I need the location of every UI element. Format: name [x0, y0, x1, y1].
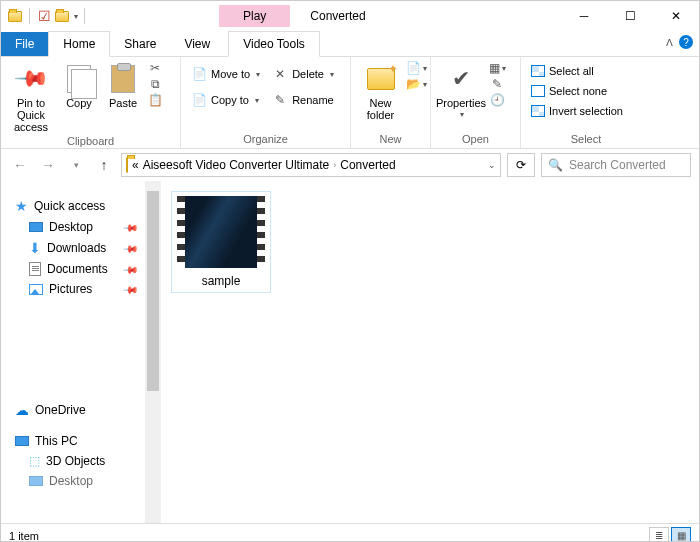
tab-file[interactable]: File [1, 32, 48, 56]
navigation-pane: ★Quick access Desktop📌 ⬇Downloads📌 Docum… [1, 181, 161, 523]
history-icon[interactable]: 🕘 [489, 93, 505, 107]
pin-icon: 📌 [123, 240, 139, 256]
document-icon [29, 262, 41, 276]
download-icon: ⬇ [29, 240, 41, 256]
qat-dropdown-icon[interactable]: ▾ [74, 12, 78, 21]
pin-quick-access-button[interactable]: 📌 Pin to Quick access [7, 59, 55, 133]
copy-path-icon[interactable]: ⧉ [147, 77, 163, 91]
group-select-label: Select [527, 131, 645, 148]
tab-view[interactable]: View [170, 32, 224, 56]
cube-icon: ⬚ [29, 454, 40, 468]
view-details-button[interactable]: ≣ [649, 527, 669, 543]
maximize-button[interactable]: ☐ [607, 1, 653, 31]
breadcrumb-folder-icon [126, 158, 128, 172]
group-open-label: Open [437, 131, 514, 148]
rename-button[interactable]: ✎Rename [268, 91, 338, 109]
address-bar[interactable]: « Aiseesoft Video Converter Ultimate › C… [121, 153, 501, 177]
star-icon: ★ [15, 198, 28, 214]
group-organize-label: Organize [187, 131, 344, 148]
pin-icon: 📌 [123, 219, 139, 235]
move-to-button[interactable]: 📄Move to▾ [187, 65, 264, 83]
new-folder-icon [365, 63, 397, 95]
close-button[interactable]: ✕ [653, 1, 699, 31]
copy-to-icon: 📄 [191, 93, 207, 107]
pin-icon: 📌 [123, 261, 139, 277]
cloud-icon: ☁ [15, 402, 29, 418]
refresh-button[interactable]: ⟳ [507, 153, 535, 177]
invert-selection-button[interactable]: Invert selection [527, 103, 627, 119]
sidebar-item-pictures[interactable]: Pictures📌 [15, 279, 161, 299]
new-folder-button[interactable]: New folder [357, 59, 404, 121]
group-new-label: New [357, 131, 424, 148]
sidebar-this-pc[interactable]: This PC [15, 431, 161, 451]
move-to-icon: 📄 [191, 67, 207, 81]
copy-to-button[interactable]: 📄Copy to▾ [187, 91, 264, 109]
ribbon-collapse-icon[interactable]: ᐱ [666, 37, 673, 48]
select-all-button[interactable]: Select all [527, 63, 627, 79]
pin-icon: 📌 [8, 56, 53, 101]
breadcrumb-seg-1[interactable]: Aiseesoft Video Converter Ultimate [143, 158, 330, 172]
sidebar-onedrive[interactable]: ☁OneDrive [15, 399, 161, 421]
pictures-icon [29, 284, 43, 295]
select-none-icon [531, 85, 545, 97]
pin-label: Pin to Quick access [7, 97, 55, 133]
nav-back-button[interactable]: ← [9, 154, 31, 176]
desktop-icon [29, 476, 43, 486]
breadcrumb-prefix: « [132, 158, 139, 172]
ribbon-tabs: File Home Share View Video Tools ᐱ ? [1, 31, 699, 57]
search-box[interactable]: 🔍 Search Converted [541, 153, 691, 177]
copy-button[interactable]: Copy [59, 59, 99, 109]
properties-label: Properties [436, 97, 486, 109]
sidebar-scrollbar[interactable] [145, 181, 161, 523]
copy-icon [63, 63, 95, 95]
paste-shortcut-icon[interactable]: 📋 [147, 93, 163, 107]
sidebar-quick-access[interactable]: ★Quick access [15, 195, 161, 217]
status-bar: 1 item ≣ ▦ [1, 523, 699, 542]
qat-properties-icon[interactable]: ☑ [36, 8, 52, 24]
sidebar-item-downloads[interactable]: ⬇Downloads📌 [15, 237, 161, 259]
address-dropdown-icon[interactable]: ⌄ [488, 160, 496, 170]
nav-forward-button[interactable]: → [37, 154, 59, 176]
sidebar-item-3d-objects[interactable]: ⬚3D Objects [15, 451, 161, 471]
nav-recent-dropdown[interactable]: ▾ [65, 154, 87, 176]
file-list-pane[interactable]: sample [161, 181, 699, 523]
paste-button[interactable]: Paste [103, 59, 143, 109]
delete-button[interactable]: ✕Delete▾ [268, 65, 338, 83]
qat-newfolder-icon[interactable] [54, 8, 70, 24]
contextual-tab-play[interactable]: Play [219, 5, 290, 27]
desktop-icon [29, 222, 43, 232]
address-row: ← → ▾ ↑ « Aiseesoft Video Converter Ulti… [1, 149, 699, 181]
ribbon: 📌 Pin to Quick access Copy Paste ✂ ⧉ 📋 C… [1, 57, 699, 149]
new-folder-label: New folder [357, 97, 404, 121]
chevron-right-icon[interactable]: › [333, 160, 336, 170]
file-name-label: sample [176, 274, 266, 288]
nav-up-button[interactable]: ↑ [93, 154, 115, 176]
app-folder-icon [7, 8, 23, 24]
search-icon: 🔍 [548, 158, 563, 172]
group-clipboard-label: Clipboard [7, 133, 174, 150]
breadcrumb-seg-2[interactable]: Converted [340, 158, 395, 172]
properties-button[interactable]: ✔ Properties▾ [437, 59, 485, 120]
sidebar-item-desktop-2[interactable]: Desktop [15, 471, 161, 491]
cut-icon[interactable]: ✂ [147, 61, 163, 75]
minimize-button[interactable]: ─ [561, 1, 607, 31]
sidebar-item-desktop[interactable]: Desktop📌 [15, 217, 161, 237]
edit-icon[interactable]: ✎ [489, 77, 505, 91]
new-item-icon[interactable]: 📄▾ [408, 61, 424, 75]
select-none-button[interactable]: Select none [527, 83, 627, 99]
select-all-icon [531, 65, 545, 77]
easy-access-icon[interactable]: 📂▾ [408, 77, 424, 91]
tab-share[interactable]: Share [110, 32, 170, 56]
help-icon[interactable]: ? [679, 35, 693, 49]
paste-label: Paste [109, 97, 137, 109]
tab-video-tools[interactable]: Video Tools [228, 31, 320, 57]
sidebar-item-documents[interactable]: Documents📌 [15, 259, 161, 279]
file-item-sample[interactable]: sample [171, 191, 271, 293]
paste-icon [107, 63, 139, 95]
pin-icon: 📌 [123, 281, 139, 297]
search-placeholder: Search Converted [569, 158, 666, 172]
view-large-icons-button[interactable]: ▦ [671, 527, 691, 543]
open-icon[interactable]: ▦▾ [489, 61, 505, 75]
tab-home[interactable]: Home [48, 31, 110, 57]
video-thumbnail-icon [177, 196, 265, 268]
